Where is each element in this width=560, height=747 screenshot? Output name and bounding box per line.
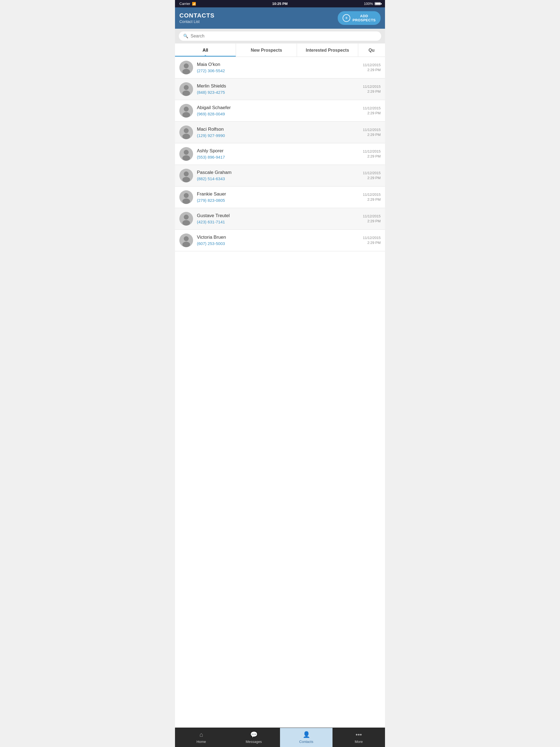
contact-info: Victoria Bruen (607) 253-5003	[197, 235, 359, 246]
avatar	[179, 126, 193, 139]
contact-info: Pascale Graham (882) 514-6343	[197, 170, 359, 181]
contact-row[interactable]: Maci Rolfson (129) 927-9990 11/12/20152:…	[175, 122, 385, 143]
contact-row[interactable]: Gustave Treutel (423) 631-7141 11/12/201…	[175, 208, 385, 230]
plus-icon: +	[342, 14, 350, 22]
wifi-icon: 📶	[192, 2, 196, 6]
contact-name: Maia O'kon	[197, 62, 359, 67]
svg-point-17	[182, 177, 190, 182]
add-button-label: ADDPROSPECTS	[353, 14, 376, 22]
svg-point-8	[182, 112, 190, 118]
nav-home-label: Home	[197, 740, 206, 744]
svg-point-7	[184, 107, 189, 111]
search-icon: 🔍	[183, 34, 188, 38]
svg-point-25	[184, 236, 189, 241]
tab-interested-prospects-label: Interested Prospects	[306, 48, 349, 52]
tab-new-prospects[interactable]: New Prospects	[236, 44, 297, 57]
contact-name: Victoria Bruen	[197, 235, 359, 240]
contact-phone[interactable]: (423) 631-7141	[197, 220, 225, 224]
contact-date: 11/12/20152:29 PM	[363, 106, 381, 115]
contact-phone[interactable]: (848) 923-4275	[197, 90, 225, 95]
contact-phone[interactable]: (882) 514-6343	[197, 176, 225, 181]
nav-item-messages[interactable]: 💬 Messages	[228, 728, 280, 747]
contact-info: Merlin Shields (848) 923-4275	[197, 83, 359, 95]
nav-item-home[interactable]: ⌂ Home	[175, 728, 228, 747]
svg-point-10	[184, 128, 189, 133]
home-icon: ⌂	[199, 731, 203, 738]
avatar	[179, 82, 193, 96]
contact-row[interactable]: Maia O'kon (272) 306-5542 11/12/20152:29…	[175, 57, 385, 78]
contact-row[interactable]: Abigail Schaefer (969) 828-0049 11/12/20…	[175, 100, 385, 122]
tab-partial-label: Qu	[368, 48, 375, 52]
contact-date: 11/12/20152:29 PM	[363, 149, 381, 159]
search-input-wrap: 🔍	[179, 31, 381, 41]
contact-phone[interactable]: (607) 253-5003	[197, 241, 225, 246]
contact-name: Frankie Sauer	[197, 191, 359, 197]
contact-name: Gustave Treutel	[197, 213, 359, 218]
contact-date: 11/12/20152:29 PM	[363, 214, 381, 224]
svg-point-5	[182, 91, 190, 96]
contact-date: 11/12/20152:29 PM	[363, 192, 381, 202]
header: CONTACTS Contact List + ADDPROSPECTS	[175, 7, 385, 29]
nav-contacts-label: Contacts	[299, 740, 313, 744]
tab-all-label: All	[203, 48, 208, 52]
contact-row[interactable]: Pascale Graham (882) 514-6343 11/12/2015…	[175, 165, 385, 186]
svg-point-19	[184, 193, 189, 198]
contact-row[interactable]: Merlin Shields (848) 923-4275 11/12/2015…	[175, 78, 385, 100]
contact-name: Pascale Graham	[197, 170, 359, 175]
contact-phone[interactable]: (129) 927-9990	[197, 133, 225, 138]
avatar	[179, 233, 193, 247]
more-icon: •••	[355, 731, 362, 738]
nav-item-more[interactable]: ••• More	[332, 728, 385, 747]
contact-info: Ashly Sporer (553) 896-9417	[197, 148, 359, 160]
contact-info: Maia O'kon (272) 306-5542	[197, 62, 359, 73]
avatar	[179, 169, 193, 182]
svg-point-2	[182, 69, 190, 74]
tab-partial[interactable]: Qu	[358, 44, 385, 57]
header-title: CONTACTS Contact List	[179, 12, 215, 24]
contact-date: 11/12/20152:29 PM	[363, 84, 381, 94]
contact-row[interactable]: Victoria Bruen (607) 253-5003 11/12/2015…	[175, 230, 385, 251]
search-bar: 🔍	[175, 29, 385, 44]
svg-point-4	[184, 85, 189, 90]
contact-row[interactable]: Frankie Sauer (279) 823-0805 11/12/20152…	[175, 186, 385, 208]
nav-item-contacts[interactable]: 👤 Contacts	[280, 728, 332, 747]
avatar	[179, 61, 193, 74]
header-subtitle: Contact List	[179, 19, 200, 24]
svg-point-23	[182, 220, 190, 226]
contact-info: Abigail Schaefer (969) 828-0049	[197, 105, 359, 117]
contact-phone[interactable]: (272) 306-5542	[197, 68, 225, 73]
contact-name: Abigail Schaefer	[197, 105, 359, 110]
contact-row[interactable]: Ashly Sporer (553) 896-9417 11/12/20152:…	[175, 143, 385, 165]
avatar	[179, 104, 193, 118]
add-prospects-button[interactable]: + ADDPROSPECTS	[338, 11, 381, 25]
svg-point-22	[184, 215, 189, 220]
tab-indicator	[203, 55, 207, 57]
app-name: CONTACTS	[179, 12, 215, 19]
status-bar: Carrier 📶 10:25 PM 100%	[175, 0, 385, 7]
contact-phone[interactable]: (553) 896-9417	[197, 155, 225, 159]
avatar	[179, 212, 193, 226]
messages-icon: 💬	[250, 731, 258, 738]
contact-phone[interactable]: (279) 823-0805	[197, 198, 225, 203]
status-left: Carrier 📶	[179, 2, 196, 6]
tabs-bar: All New Prospects Interested Prospects Q…	[175, 44, 385, 57]
svg-point-26	[182, 242, 190, 247]
svg-point-13	[184, 150, 189, 155]
contact-info: Frankie Sauer (279) 823-0805	[197, 191, 359, 203]
contacts-icon: 👤	[303, 731, 310, 738]
contact-date: 11/12/20152:29 PM	[363, 127, 381, 137]
tab-new-prospects-label: New Prospects	[251, 48, 282, 52]
contact-phone[interactable]: (969) 828-0049	[197, 111, 225, 116]
svg-point-11	[182, 134, 190, 139]
carrier-label: Carrier	[179, 2, 190, 6]
contact-list: Maia O'kon (272) 306-5542 11/12/20152:29…	[175, 57, 385, 728]
contact-name: Ashly Sporer	[197, 148, 359, 154]
contact-name: Maci Rolfson	[197, 127, 359, 132]
status-right: 100%	[364, 2, 381, 6]
tab-interested-prospects[interactable]: Interested Prospects	[297, 44, 358, 57]
tab-all[interactable]: All	[175, 44, 236, 57]
search-input[interactable]	[190, 34, 377, 38]
contact-date: 11/12/20152:29 PM	[363, 235, 381, 245]
avatar	[179, 190, 193, 204]
contact-date: 11/12/20152:29 PM	[363, 62, 381, 73]
